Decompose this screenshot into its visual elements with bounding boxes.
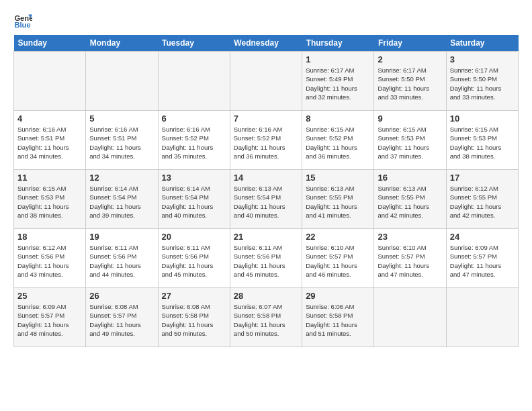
day-cell: 6Sunrise: 6:16 AMSunset: 5:52 PMDaylight… bbox=[158, 111, 230, 170]
day-info: Sunrise: 6:17 AMSunset: 5:50 PMDaylight:… bbox=[378, 66, 442, 101]
day-info: Sunrise: 6:17 AMSunset: 5:49 PMDaylight:… bbox=[306, 66, 370, 101]
week-row-4: 18Sunrise: 6:12 AMSunset: 5:56 PMDayligh… bbox=[14, 229, 519, 288]
days-header: SundayMondayTuesdayWednesdayThursdayFrid… bbox=[14, 35, 519, 52]
day-number: 3 bbox=[450, 54, 515, 64]
day-cell: 21Sunrise: 6:11 AMSunset: 5:56 PMDayligh… bbox=[230, 229, 302, 288]
day-info: Sunrise: 6:12 AMSunset: 5:55 PMDaylight:… bbox=[450, 184, 515, 220]
svg-text:Blue: Blue bbox=[14, 21, 30, 29]
day-header-wednesday: Wednesday bbox=[230, 35, 302, 52]
day-info: Sunrise: 6:14 AMSunset: 5:54 PMDaylight:… bbox=[89, 184, 154, 220]
day-cell: 9Sunrise: 6:15 AMSunset: 5:53 PMDaylight… bbox=[374, 111, 446, 170]
calendar-body: 1Sunrise: 6:17 AMSunset: 5:49 PMDaylight… bbox=[14, 52, 519, 347]
day-info: Sunrise: 6:15 AMSunset: 5:52 PMDaylight:… bbox=[306, 125, 370, 161]
day-info: Sunrise: 6:10 AMSunset: 5:57 PMDaylight:… bbox=[378, 243, 442, 279]
day-info: Sunrise: 6:13 AMSunset: 5:54 PMDaylight:… bbox=[234, 184, 298, 220]
day-number: 14 bbox=[234, 173, 298, 183]
day-number: 22 bbox=[306, 232, 370, 242]
day-info: Sunrise: 6:15 AMSunset: 5:53 PMDaylight:… bbox=[450, 125, 515, 161]
day-cell: 8Sunrise: 6:15 AMSunset: 5:52 PMDaylight… bbox=[302, 111, 374, 170]
day-number: 20 bbox=[162, 232, 226, 242]
day-number: 1 bbox=[306, 54, 370, 64]
day-number: 11 bbox=[17, 173, 82, 183]
day-number: 24 bbox=[450, 232, 515, 242]
day-number: 27 bbox=[162, 291, 226, 301]
day-cell: 10Sunrise: 6:15 AMSunset: 5:53 PMDayligh… bbox=[446, 111, 518, 170]
logo-icon: General Blue bbox=[13, 11, 32, 30]
day-cell: 20Sunrise: 6:11 AMSunset: 5:56 PMDayligh… bbox=[158, 229, 230, 288]
day-cell bbox=[86, 52, 158, 111]
day-header-monday: Monday bbox=[86, 35, 158, 52]
day-info: Sunrise: 6:16 AMSunset: 5:51 PMDaylight:… bbox=[89, 125, 154, 161]
day-info: Sunrise: 6:13 AMSunset: 5:55 PMDaylight:… bbox=[378, 184, 442, 220]
day-cell bbox=[158, 52, 230, 111]
day-info: Sunrise: 6:15 AMSunset: 5:53 PMDaylight:… bbox=[378, 125, 442, 161]
day-info: Sunrise: 6:10 AMSunset: 5:57 PMDaylight:… bbox=[306, 243, 370, 279]
day-number: 7 bbox=[234, 113, 298, 124]
week-row-3: 11Sunrise: 6:15 AMSunset: 5:53 PMDayligh… bbox=[14, 170, 519, 229]
day-number: 15 bbox=[306, 173, 370, 183]
day-number: 8 bbox=[306, 113, 370, 124]
day-number: 4 bbox=[17, 113, 82, 124]
day-info: Sunrise: 6:16 AMSunset: 5:52 PMDaylight:… bbox=[162, 125, 226, 161]
logo: General Blue bbox=[13, 11, 35, 30]
day-number: 6 bbox=[162, 113, 226, 124]
header: General Blue bbox=[13, 11, 519, 30]
day-number: 17 bbox=[450, 173, 515, 183]
day-info: Sunrise: 6:13 AMSunset: 5:55 PMDaylight:… bbox=[306, 184, 370, 220]
day-info: Sunrise: 6:06 AMSunset: 5:58 PMDaylight:… bbox=[306, 302, 370, 338]
day-cell: 24Sunrise: 6:09 AMSunset: 5:57 PMDayligh… bbox=[446, 229, 518, 288]
day-cell: 7Sunrise: 6:16 AMSunset: 5:52 PMDaylight… bbox=[230, 111, 302, 170]
week-row-2: 4Sunrise: 6:16 AMSunset: 5:51 PMDaylight… bbox=[14, 111, 519, 170]
calendar-table: SundayMondayTuesdayWednesdayThursdayFrid… bbox=[13, 35, 519, 347]
day-cell: 27Sunrise: 6:08 AMSunset: 5:58 PMDayligh… bbox=[158, 288, 230, 347]
day-cell: 23Sunrise: 6:10 AMSunset: 5:57 PMDayligh… bbox=[374, 229, 446, 288]
day-number: 13 bbox=[162, 173, 226, 183]
day-cell bbox=[446, 288, 518, 347]
day-cell: 13Sunrise: 6:14 AMSunset: 5:54 PMDayligh… bbox=[158, 170, 230, 229]
day-info: Sunrise: 6:17 AMSunset: 5:50 PMDaylight:… bbox=[450, 66, 515, 101]
day-info: Sunrise: 6:12 AMSunset: 5:56 PMDaylight:… bbox=[17, 243, 82, 279]
day-cell: 12Sunrise: 6:14 AMSunset: 5:54 PMDayligh… bbox=[86, 170, 158, 229]
day-cell: 5Sunrise: 6:16 AMSunset: 5:51 PMDaylight… bbox=[86, 111, 158, 170]
day-info: Sunrise: 6:11 AMSunset: 5:56 PMDaylight:… bbox=[234, 243, 298, 279]
day-info: Sunrise: 6:11 AMSunset: 5:56 PMDaylight:… bbox=[89, 243, 154, 279]
day-info: Sunrise: 6:09 AMSunset: 5:57 PMDaylight:… bbox=[450, 243, 515, 279]
day-number: 28 bbox=[234, 291, 298, 301]
day-cell: 29Sunrise: 6:06 AMSunset: 5:58 PMDayligh… bbox=[302, 288, 374, 347]
day-cell bbox=[230, 52, 302, 111]
day-header-thursday: Thursday bbox=[302, 35, 374, 52]
day-info: Sunrise: 6:14 AMSunset: 5:54 PMDaylight:… bbox=[162, 184, 226, 220]
day-header-saturday: Saturday bbox=[446, 35, 518, 52]
day-number: 16 bbox=[378, 173, 442, 183]
day-info: Sunrise: 6:09 AMSunset: 5:57 PMDaylight:… bbox=[17, 302, 82, 338]
day-info: Sunrise: 6:16 AMSunset: 5:51 PMDaylight:… bbox=[17, 125, 82, 161]
day-info: Sunrise: 6:07 AMSunset: 5:58 PMDaylight:… bbox=[234, 302, 298, 338]
day-number: 21 bbox=[234, 232, 298, 242]
day-number: 29 bbox=[306, 291, 370, 301]
week-row-1: 1Sunrise: 6:17 AMSunset: 5:49 PMDaylight… bbox=[14, 52, 519, 111]
day-cell: 18Sunrise: 6:12 AMSunset: 5:56 PMDayligh… bbox=[14, 229, 86, 288]
day-cell: 26Sunrise: 6:08 AMSunset: 5:57 PMDayligh… bbox=[86, 288, 158, 347]
day-cell: 4Sunrise: 6:16 AMSunset: 5:51 PMDaylight… bbox=[14, 111, 86, 170]
day-header-friday: Friday bbox=[374, 35, 446, 52]
day-number: 9 bbox=[378, 113, 442, 124]
day-header-tuesday: Tuesday bbox=[158, 35, 230, 52]
day-number: 5 bbox=[89, 113, 154, 124]
day-number: 25 bbox=[17, 291, 82, 301]
day-number: 10 bbox=[450, 113, 515, 124]
day-cell bbox=[14, 52, 86, 111]
day-number: 19 bbox=[89, 232, 154, 242]
week-row-5: 25Sunrise: 6:09 AMSunset: 5:57 PMDayligh… bbox=[14, 288, 519, 347]
day-cell: 16Sunrise: 6:13 AMSunset: 5:55 PMDayligh… bbox=[374, 170, 446, 229]
day-number: 12 bbox=[89, 173, 154, 183]
day-info: Sunrise: 6:08 AMSunset: 5:58 PMDaylight:… bbox=[162, 302, 226, 338]
day-cell: 17Sunrise: 6:12 AMSunset: 5:55 PMDayligh… bbox=[446, 170, 518, 229]
day-cell: 2Sunrise: 6:17 AMSunset: 5:50 PMDaylight… bbox=[374, 52, 446, 111]
day-number: 26 bbox=[89, 291, 154, 301]
day-cell bbox=[374, 288, 446, 347]
day-info: Sunrise: 6:11 AMSunset: 5:56 PMDaylight:… bbox=[162, 243, 226, 279]
day-number: 2 bbox=[378, 54, 442, 64]
day-info: Sunrise: 6:16 AMSunset: 5:52 PMDaylight:… bbox=[234, 125, 298, 161]
day-cell: 19Sunrise: 6:11 AMSunset: 5:56 PMDayligh… bbox=[86, 229, 158, 288]
day-cell: 22Sunrise: 6:10 AMSunset: 5:57 PMDayligh… bbox=[302, 229, 374, 288]
